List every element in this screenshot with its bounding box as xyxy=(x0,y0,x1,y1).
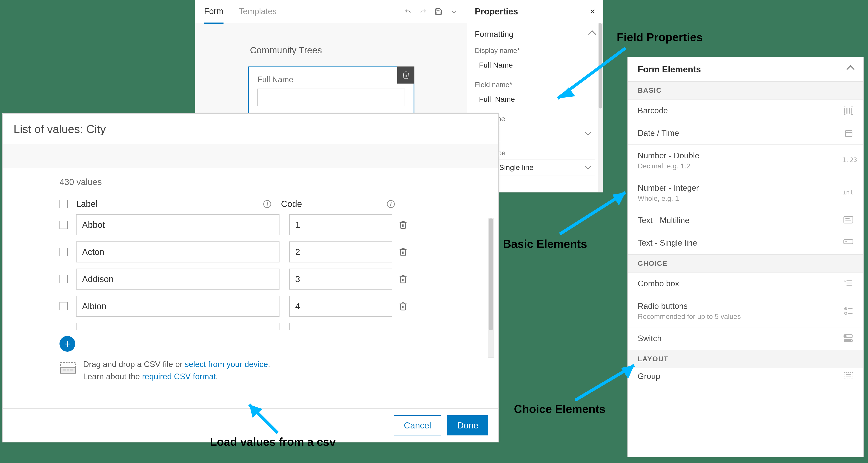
annotation-field-properties: Field Properties xyxy=(617,31,703,44)
csv-icon xyxy=(60,358,76,375)
lov-code-input[interactable] xyxy=(289,214,392,235)
radio-icon xyxy=(842,307,854,316)
lov-row xyxy=(60,323,483,330)
integer-type-icon: int xyxy=(842,189,854,197)
lov-header-label: Label xyxy=(76,199,97,209)
form-field-selected[interactable]: Full Name xyxy=(248,66,414,118)
lov-count: 430 values xyxy=(60,177,483,187)
properties-title: Properties xyxy=(475,6,518,17)
csv-drop-text: Drag and drop a CSV file or xyxy=(83,360,185,369)
element-datetime[interactable]: Date / Time xyxy=(628,122,863,145)
lov-label-input[interactable] xyxy=(76,296,279,317)
element-group[interactable]: Group xyxy=(628,368,863,386)
lov-code-input[interactable] xyxy=(289,242,392,263)
lov-header-code: Code xyxy=(281,199,302,209)
lov-row xyxy=(60,214,483,235)
switch-icon xyxy=(842,334,854,343)
info-icon[interactable]: i xyxy=(387,200,395,208)
arrow-icon xyxy=(241,396,289,437)
svg-point-7 xyxy=(845,308,846,309)
combo-icon xyxy=(842,279,854,288)
svg-point-11 xyxy=(850,340,852,342)
element-number-double[interactable]: Number - Double Decimal, e.g. 1.2 1.23 xyxy=(628,145,863,177)
row-checkbox[interactable] xyxy=(60,221,68,229)
element-switch[interactable]: Switch xyxy=(628,328,863,350)
delete-row-button[interactable] xyxy=(398,245,408,258)
svg-rect-2 xyxy=(845,130,852,136)
tab-form[interactable]: Form xyxy=(204,0,223,24)
element-text-multiline[interactable]: Text - Multiline xyxy=(628,209,863,232)
svg-rect-12 xyxy=(844,372,853,379)
list-of-values-panel: List of values: City 430 values Label i … xyxy=(2,113,499,442)
select-all-checkbox[interactable] xyxy=(60,200,68,208)
delete-row-button[interactable] xyxy=(398,273,408,286)
properties-section-title: Formatting xyxy=(475,30,514,39)
section-layout: LAYOUT xyxy=(628,350,863,368)
tab-templates[interactable]: Templates xyxy=(239,0,277,23)
lov-row xyxy=(60,242,483,263)
csv-format-link[interactable]: required CSV format xyxy=(142,372,216,381)
cancel-button[interactable]: Cancel xyxy=(394,415,441,435)
delete-field-button[interactable] xyxy=(397,66,414,84)
lov-title: List of values: City xyxy=(3,114,498,144)
multiline-icon xyxy=(842,216,854,225)
svg-rect-3 xyxy=(844,217,853,223)
svg-point-9 xyxy=(844,335,846,337)
info-icon[interactable]: i xyxy=(263,200,271,208)
arrow-icon xyxy=(553,184,641,241)
section-basic: BASIC xyxy=(628,81,863,99)
form-field-label: Full Name xyxy=(257,75,405,84)
lov-code-input[interactable] xyxy=(289,323,392,330)
arrow-icon xyxy=(568,359,643,405)
row-checkbox[interactable] xyxy=(60,302,68,310)
save-icon[interactable] xyxy=(434,7,443,16)
row-checkbox[interactable] xyxy=(60,248,68,256)
lov-row xyxy=(60,296,483,317)
lov-row xyxy=(60,269,483,289)
form-builder-tabs: Form Templates xyxy=(195,0,467,23)
done-button[interactable]: Done xyxy=(447,415,488,435)
csv-learn-text: Learn about the xyxy=(83,372,142,381)
form-elements-panel: Form Elements BASIC Barcode Date / Time … xyxy=(627,57,864,457)
form-elements-title: Form Elements xyxy=(638,64,701,74)
group-icon xyxy=(842,372,854,381)
delete-row-button[interactable] xyxy=(398,218,408,232)
element-combo-box[interactable]: Combo box xyxy=(628,273,863,295)
element-radio-buttons[interactable]: Radio buttons Recommended for up to 5 va… xyxy=(628,295,863,328)
select-file-link[interactable]: select from your device xyxy=(185,360,268,369)
calendar-icon xyxy=(842,129,854,137)
double-type-icon: 1.23 xyxy=(842,156,854,165)
singleline-icon xyxy=(842,239,854,247)
collapse-icon[interactable] xyxy=(588,30,596,38)
save-dropdown-icon[interactable] xyxy=(450,7,458,16)
lov-label-input[interactable] xyxy=(76,214,279,235)
lov-code-input[interactable] xyxy=(289,296,392,317)
lov-scrollbar[interactable] xyxy=(488,218,494,358)
section-choice: CHOICE xyxy=(628,254,863,273)
svg-point-6 xyxy=(845,312,847,314)
element-text-singleline[interactable]: Text - Single line xyxy=(628,232,863,254)
lov-column-headers: Label i Code i xyxy=(60,199,483,214)
element-barcode[interactable]: Barcode xyxy=(628,99,863,122)
form-title: Community Trees xyxy=(250,45,414,56)
collapse-icon[interactable] xyxy=(846,65,855,73)
lov-label-input[interactable] xyxy=(76,242,279,263)
close-icon[interactable]: × xyxy=(590,6,595,17)
svg-rect-4 xyxy=(844,240,853,244)
barcode-icon xyxy=(842,106,854,115)
csv-drop-area[interactable]: Drag and drop a CSV file or select from … xyxy=(60,358,483,382)
arrow-icon xyxy=(545,44,632,110)
add-value-button[interactable]: + xyxy=(60,336,75,352)
element-number-integer[interactable]: Number - Integer Whole, e.g. 1 int xyxy=(628,177,863,209)
form-field-input-preview xyxy=(257,89,405,106)
lov-label-input[interactable] xyxy=(76,323,279,330)
svg-rect-1 xyxy=(61,368,75,373)
redo-icon[interactable] xyxy=(419,7,428,16)
lov-label-input[interactable] xyxy=(76,269,279,289)
undo-icon[interactable] xyxy=(403,7,412,16)
row-checkbox[interactable] xyxy=(60,275,68,283)
delete-row-button[interactable] xyxy=(398,300,408,313)
lov-code-input[interactable] xyxy=(289,269,392,289)
